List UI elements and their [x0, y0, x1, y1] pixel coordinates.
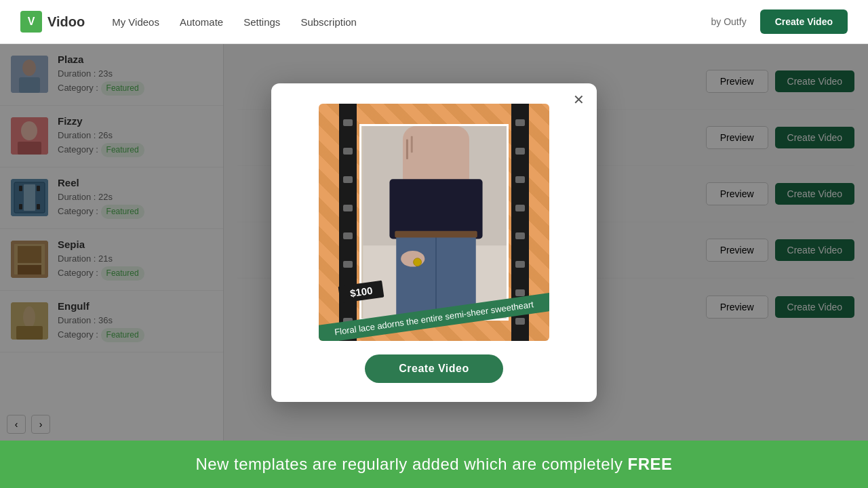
film-hole [343, 119, 353, 126]
film-hole [343, 205, 353, 211]
main-nav: My Videos Automate Settings Subscription [112, 13, 711, 31]
film-preview: $100 Floral lace adorns the entire semi-… [319, 104, 549, 341]
film-hole [515, 232, 525, 239]
modal-close-button[interactable]: ✕ [573, 93, 585, 106]
nav-settings[interactable]: Settings [243, 13, 280, 31]
price-value: $100 [349, 284, 373, 298]
film-hole [515, 261, 525, 268]
header-right: by Outfy Create Video [711, 9, 848, 34]
logo-text: Vidoo [47, 14, 85, 30]
svg-rect-29 [406, 139, 408, 159]
by-outfy-text: by Outfy [711, 16, 747, 27]
svg-rect-23 [389, 179, 482, 239]
film-hole [515, 205, 525, 211]
banner-regular-text: New templates are regularly added which … [195, 455, 627, 473]
nav-automate[interactable]: Automate [180, 13, 223, 31]
nav-my-videos[interactable]: My Videos [112, 13, 159, 31]
main-content: Plaza Duration : 23s Category : Featured… [0, 44, 868, 441]
header: V Vidoo My Videos Automate Settings Subs… [0, 0, 868, 44]
film-strip-left [339, 104, 357, 341]
logo-area: V Vidoo [20, 11, 85, 33]
banner-bold-text: FREE [628, 455, 673, 473]
film-hole [343, 232, 353, 239]
film-hole [343, 261, 353, 268]
film-hole [343, 176, 353, 183]
film-hole [515, 119, 525, 126]
modal-create-video-button[interactable]: Create Video [365, 354, 503, 383]
film-hole [343, 148, 353, 155]
logo-icon: V [20, 11, 42, 33]
film-hole [515, 176, 525, 183]
svg-rect-30 [411, 136, 413, 152]
svg-point-28 [414, 258, 422, 266]
film-hole [515, 148, 525, 155]
preview-modal: ✕ [271, 83, 597, 402]
film-hole [515, 318, 525, 325]
nav-subscription[interactable]: Subscription [300, 13, 357, 31]
film-hole [515, 289, 525, 296]
modal-overlay: ✕ [0, 44, 868, 441]
svg-point-27 [401, 251, 425, 267]
header-create-video-button[interactable]: Create Video [760, 9, 848, 34]
svg-rect-26 [395, 230, 477, 237]
bottom-banner: New templates are regularly added which … [0, 441, 868, 488]
banner-text: New templates are regularly added which … [195, 455, 672, 474]
